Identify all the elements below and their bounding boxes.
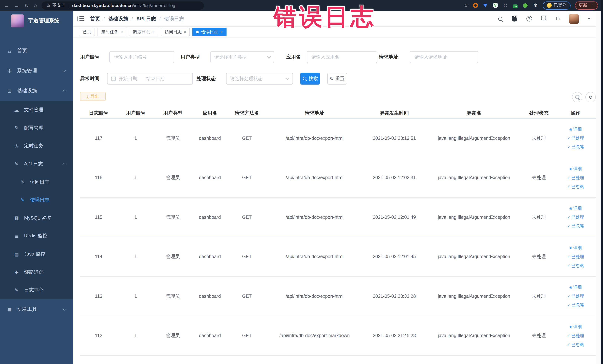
- close-icon[interactable]: ×: [152, 30, 155, 34]
- action-ignored-link[interactable]: ✓已忽略: [567, 342, 584, 347]
- user-id-input[interactable]: [109, 51, 174, 63]
- action-processed-link[interactable]: ✓已处理: [567, 175, 584, 181]
- cell-status: 未处理: [523, 293, 555, 299]
- security-label[interactable]: 不安全: [52, 3, 65, 8]
- back-icon[interactable]: ←: [4, 0, 9, 11]
- action-processed-link[interactable]: ✓已处理: [567, 333, 584, 339]
- req-url-field[interactable]: [414, 54, 474, 60]
- sidebar-item-java-monitor[interactable]: ▤Java 监控: [0, 245, 73, 263]
- github-icon[interactable]: [512, 16, 518, 22]
- sidebar-item-label: 研发工具: [17, 306, 37, 312]
- extension-drop-icon[interactable]: [483, 3, 488, 8]
- user-id-field[interactable]: [114, 54, 170, 60]
- app-logo[interactable]: 芋道管理系统: [0, 13, 73, 29]
- action-ignored-link[interactable]: ✓已忽略: [567, 223, 584, 229]
- sidebar-item-trace[interactable]: ◉链路追踪: [0, 263, 73, 281]
- sidebar-item-access-log[interactable]: ✎访问日志: [0, 173, 73, 191]
- extension-ring-icon[interactable]: [473, 3, 478, 8]
- bookmark-star-icon[interactable]: ☆: [464, 3, 468, 8]
- breadcrumb-item[interactable]: 基础设施: [108, 15, 128, 22]
- extension-leaf-icon[interactable]: [522, 3, 528, 8]
- sidebar-item-error-log[interactable]: ✎错误日志: [0, 191, 73, 209]
- sidebar-item-dev-tools[interactable]: ▣研发工具: [0, 299, 73, 319]
- help-icon[interactable]: ?: [526, 16, 532, 22]
- cloud-upload-icon: ☁: [14, 107, 19, 113]
- sidebar-item-redis-monitor[interactable]: ≣Redis 监控: [0, 227, 73, 245]
- action-label: 已忽略: [571, 184, 584, 189]
- action-ignored-link[interactable]: ✓已忽略: [567, 184, 584, 189]
- main-area: 首页/基础设施/API 日志/错误日志 ? TT 首页定时任务×调度日志×访问日…: [73, 11, 600, 364]
- column-header: 处理状态: [523, 110, 555, 116]
- reload-icon[interactable]: ↻: [24, 0, 29, 11]
- user-type-select[interactable]: 请选择用户类型: [210, 51, 274, 63]
- action-ignored-link[interactable]: ✓已忽略: [567, 302, 584, 308]
- sidebar-item-infrastructure[interactable]: ⊡基础设施: [0, 81, 73, 101]
- forward-icon[interactable]: →: [14, 0, 19, 11]
- action-processed-link[interactable]: ✓已处理: [567, 214, 584, 220]
- tab-access-log[interactable]: 访问日志×: [161, 28, 190, 36]
- breadcrumb-item[interactable]: API 日志: [136, 15, 156, 22]
- action-detail-link[interactable]: ◉详细: [569, 166, 582, 172]
- extension-grid-icon[interactable]: ∷: [502, 3, 508, 8]
- close-icon[interactable]: ×: [120, 30, 123, 34]
- close-icon[interactable]: ×: [220, 30, 223, 34]
- action-processed-link[interactable]: ✓已处理: [567, 136, 584, 141]
- sidebar-item-home[interactable]: ⌂首页: [0, 41, 73, 61]
- sidebar-item-cron-job[interactable]: ◷定时任务: [0, 137, 73, 155]
- action-processed-link[interactable]: ✓已处理: [567, 294, 584, 299]
- sidebar-item-config-mgmt[interactable]: ✎配置管理: [0, 119, 73, 137]
- app-name-input[interactable]: [307, 51, 377, 63]
- sidebar-item-system-mgmt[interactable]: ☸系统管理: [0, 61, 73, 81]
- font-size-icon[interactable]: TT: [555, 16, 560, 22]
- tab-schedule-log[interactable]: 调度日志×: [129, 28, 158, 36]
- action-detail-link[interactable]: ◉详细: [569, 127, 582, 132]
- action-processed-link[interactable]: ✓已处理: [567, 254, 584, 260]
- reset-button[interactable]: ↻ 重置: [327, 73, 347, 84]
- action-detail-link[interactable]: ◉详细: [569, 324, 582, 330]
- sidebar-item-api-log[interactable]: ✎API 日志: [0, 155, 73, 173]
- req-url-input[interactable]: [410, 51, 478, 63]
- extension-puzzle-icon[interactable]: ✻: [533, 3, 538, 8]
- table-row: 1131管理员dashboardGET/api/infra/db-doc/exp…: [80, 277, 596, 316]
- scrollbar[interactable]: [596, 11, 601, 364]
- address-divider: [69, 3, 69, 8]
- user-avatar[interactable]: [569, 14, 579, 23]
- sidebar-item-mysql-monitor[interactable]: ▦MySQL 监控: [0, 209, 73, 227]
- refresh-button[interactable]: ↻: [585, 92, 596, 102]
- sidebar-item-log-center[interactable]: ✎日志中心: [0, 281, 73, 299]
- tab-error-log[interactable]: 错误日志×: [193, 28, 227, 36]
- date-range-input[interactable]: 开始日期 - 结束日期: [107, 73, 193, 84]
- address-bar[interactable]: ⚠ 不安全 dashboard.yudao.iocoder.cn/infra/l…: [42, 1, 204, 10]
- breadcrumb-separator: /: [132, 16, 133, 22]
- extension-vue-icon[interactable]: V: [493, 3, 498, 8]
- search-button[interactable]: 搜索: [300, 73, 320, 84]
- home-icon[interactable]: ⌂: [34, 0, 37, 11]
- action-ignored-link[interactable]: ✓已忽略: [567, 144, 584, 150]
- app-name-field[interactable]: [311, 54, 373, 60]
- sidebar-fold-icon[interactable]: [78, 16, 84, 22]
- browser-update-pill[interactable]: 更新 ⋮: [575, 1, 598, 10]
- paused-extension-pill[interactable]: 已暂停: [543, 1, 570, 10]
- extension-on-icon[interactable]: on: [512, 3, 518, 8]
- tab-home[interactable]: 首页: [79, 28, 95, 36]
- tab-cron-job[interactable]: 定时任务×: [97, 28, 127, 36]
- exception-time-label: 异常时间: [80, 73, 99, 84]
- export-button[interactable]: ↓ 导出: [80, 92, 106, 101]
- check-icon: ✓: [567, 264, 570, 267]
- action-ignored-link[interactable]: ✓已忽略: [567, 263, 584, 268]
- status-select[interactable]: 请选择处理状态: [226, 73, 293, 84]
- menu-kebab-icon[interactable]: ⋮: [590, 3, 594, 8]
- breadcrumb-item[interactable]: 首页: [90, 15, 100, 22]
- sidebar-item-file-mgmt[interactable]: ☁文件管理: [0, 101, 73, 119]
- search-icon[interactable]: [498, 16, 503, 21]
- chevron-down-icon[interactable]: [588, 18, 591, 20]
- fullscreen-icon[interactable]: [541, 15, 546, 22]
- action-detail-link[interactable]: ◉详细: [569, 245, 582, 251]
- action-detail-link[interactable]: ◉详细: [569, 285, 582, 290]
- action-detail-link[interactable]: ◉详细: [569, 206, 582, 211]
- search-toggle-button[interactable]: [572, 92, 582, 102]
- cell-status: 未处理: [523, 254, 555, 260]
- close-icon[interactable]: ×: [184, 30, 186, 34]
- reset-icon: ↻: [330, 76, 334, 81]
- tab-label: 访问日志: [165, 29, 182, 35]
